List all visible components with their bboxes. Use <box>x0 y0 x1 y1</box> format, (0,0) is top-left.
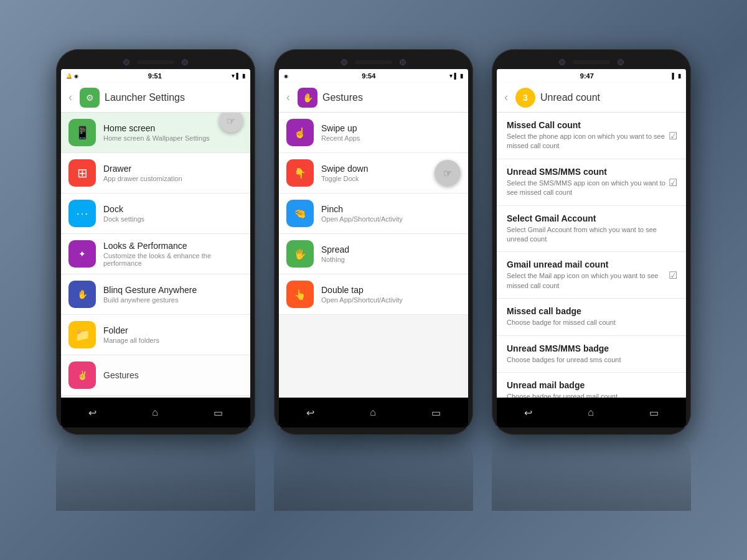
dock-title: Dock <box>103 204 243 214</box>
back-button-2[interactable]: ‹ <box>286 91 290 104</box>
unread-item-mail-badge[interactable]: Unread mail badge Choose badge for unrea… <box>497 373 686 398</box>
nav-bar-3: ↩ ⌂ ▭ <box>497 398 686 427</box>
wifi-icon-2: ▾ <box>449 73 453 79</box>
gesture-anywhere-title: Blinq Gesture Anywhere <box>103 285 243 295</box>
toolbar-title-3: Unread count <box>540 92 600 103</box>
back-button-1[interactable]: ‹ <box>68 91 72 104</box>
check-icon-1: ☑ <box>669 129 677 141</box>
phone1-reflection <box>56 436 255 511</box>
phone2-wrapper: ◉ 9:54 ▾ ▌ ▮ ‹ ✋ Gestures ☝ <box>274 49 473 511</box>
unread-item-sms-badge[interactable]: Unread SMS/MMS badge Choose badges for u… <box>497 336 686 373</box>
folder-icon: 📁 <box>68 321 96 348</box>
battery-icon-2: ▮ <box>460 73 463 79</box>
camera4-icon <box>400 59 406 65</box>
status-right-3: ▌ ▮ <box>672 73 681 79</box>
gmail-account-title: Select Gmail Account <box>507 213 676 223</box>
gesture-anywhere-icon: ✋ <box>68 281 96 308</box>
gesture-pinch[interactable]: 🤏 Pinch Open App/Shortcut/Activity <box>279 194 468 234</box>
swipedown-text: Swipe down Toggle Dock <box>321 164 427 182</box>
gmail-account-desc: Select Gmail Account from which you want… <box>507 225 676 245</box>
swipedown-title: Swipe down <box>321 164 427 174</box>
battery-icon-3: ▮ <box>678 73 681 79</box>
speaker3 <box>573 60 610 64</box>
gesture-badge-2: ☞ <box>435 160 461 186</box>
unread-item-sms[interactable]: Unread SMS/MMS count Select the SMS/MMS … <box>497 159 686 206</box>
unread-item-missed-badge[interactable]: Missed call badge Choose badge for misse… <box>497 299 686 335</box>
swipedown-icon: 👇 <box>286 159 314 187</box>
time-2: 9:54 <box>362 72 375 80</box>
nav-bar-2: ↩ ⌂ ▭ <box>279 398 468 427</box>
swipeup-icon: ☝ <box>286 119 314 146</box>
gesture-spread[interactable]: 🖐 Spread Nothing <box>279 234 468 274</box>
sms-title: Unread SMS/MMS count <box>507 167 676 177</box>
phone1-wrapper: 🔔 ◉ 9:51 ▾ ▌ ▮ ‹ ⚙ Launcher Settings <box>56 49 255 511</box>
home-nav-1[interactable]: ⌂ <box>152 407 158 418</box>
looks-text: Looks & Performance Customize the looks … <box>103 241 243 267</box>
settings-item-gesture[interactable]: ✋ Blinq Gesture Anywhere Build anywhere … <box>61 274 250 315</box>
status-left-1: 🔔 ◉ <box>66 73 78 79</box>
swipeup-text: Swipe up Recent Apps <box>321 123 461 142</box>
gestures-toolbar-symbol: ✋ <box>303 93 313 103</box>
swipeup-title: Swipe up <box>321 123 461 133</box>
doubletap-title: Double tap <box>321 285 461 295</box>
camera-icon <box>123 59 129 65</box>
unread-item-gmail-account[interactable]: Select Gmail Account Select Gmail Accoun… <box>497 206 686 253</box>
notif-icon: 🔔 <box>66 73 72 79</box>
gesture-swipeup[interactable]: ☝ Swipe up Recent Apps <box>279 113 468 153</box>
swipedown-subtitle: Toggle Dock <box>321 175 427 182</box>
spread-text: Spread Nothing <box>321 245 461 263</box>
settings-item-folder[interactable]: 📁 Folder Manage all folders <box>61 315 250 355</box>
time-3: 9:47 <box>580 72 594 80</box>
unread-item-missedcall[interactable]: Missed Call count Select the phone app i… <box>497 113 686 159</box>
doubletap-subtitle: Open App/Shortcut/Activity <box>321 296 461 304</box>
recents-nav-1[interactable]: ▭ <box>214 407 223 419</box>
camera3-icon <box>341 59 347 65</box>
settings-item-dock[interactable]: ⋯ Dock Dock settings <box>61 194 250 234</box>
phone1-top <box>61 57 250 69</box>
signal-icon-3: ▌ <box>672 73 676 79</box>
home-nav-2[interactable]: ⌂ <box>370 407 376 418</box>
settings-item-homescreen[interactable]: 📱 Home screen Home screen & Wallpaper Se… <box>61 113 250 153</box>
gesture-badge-1: ☞ <box>219 113 243 133</box>
unread-item-gmail-count[interactable]: Gmail unread mail count Select the Mail … <box>497 252 686 299</box>
toolbar-title-2: Gestures <box>322 92 363 103</box>
settings-item-gestures[interactable]: ✌ Gestures <box>61 355 250 396</box>
folder-text: Folder Manage all folders <box>103 325 243 344</box>
missedcall-title: Missed Call count <box>507 120 676 130</box>
launcher-icon: ⚙ <box>80 88 100 108</box>
drawer-subtitle: App drawer customization <box>103 175 243 182</box>
unread-count-icon: 3 <box>515 88 535 108</box>
homescreen-text: Home screen Home screen & Wallpaper Sett… <box>103 123 212 142</box>
wifi-icon-1: ▾ <box>232 73 235 79</box>
looks-subtitle: Customize the looks & enhance the perfor… <box>103 252 243 267</box>
gesture-swipedown[interactable]: 👇 Swipe down Toggle Dock ☞ <box>279 153 468 194</box>
back-nav-2[interactable]: ↩ <box>306 407 314 419</box>
gestures-toolbar-icon: ✋ <box>298 88 317 108</box>
homescreen-subtitle: Home screen & Wallpaper Settings <box>103 134 212 142</box>
gestures-title: Gestures <box>103 370 243 380</box>
toolbar-3: ‹ 3 Unread count <box>497 83 686 113</box>
status-right-2: ▾ ▌ ▮ <box>449 73 463 79</box>
phone2-reflection <box>274 436 473 511</box>
back-nav-1[interactable]: ↩ <box>88 407 96 419</box>
unread-count-num: 3 <box>523 93 528 103</box>
doubletap-text: Double tap Open App/Shortcut/Activity <box>321 285 461 304</box>
gesture-doubletap[interactable]: 👆 Double tap Open App/Shortcut/Activity <box>279 274 468 315</box>
missed-badge-desc: Choose badge for missed call count <box>507 318 676 327</box>
phone1: 🔔 ◉ 9:51 ▾ ▌ ▮ ‹ ⚙ Launcher Settings <box>56 49 255 435</box>
recents-nav-2[interactable]: ▭ <box>431 407 441 419</box>
check-icon-2: ☑ <box>669 176 677 188</box>
phone2: ◉ 9:54 ▾ ▌ ▮ ‹ ✋ Gestures ☝ <box>274 49 473 435</box>
home-nav-3[interactable]: ⌂ <box>588 407 594 418</box>
status-bar-3: 9:47 ▌ ▮ <box>497 69 686 83</box>
settings-item-drawer[interactable]: ⊞ Drawer App drawer customization <box>61 153 250 194</box>
launcher-icon-symbol: ⚙ <box>86 93 94 103</box>
toolbar-1: ‹ ⚙ Launcher Settings <box>61 83 250 113</box>
back-nav-3[interactable]: ↩ <box>524 407 532 419</box>
back-button-3[interactable]: ‹ <box>504 91 508 104</box>
recents-nav-3[interactable]: ▭ <box>649 407 659 419</box>
sms-desc: Select the SMS/MMS app icon on which you… <box>507 179 676 198</box>
gmail-count-title: Gmail unread mail count <box>507 259 676 269</box>
phone3-top <box>497 57 686 69</box>
settings-item-looks[interactable]: ✦ Looks & Performance Customize the look… <box>61 234 250 274</box>
